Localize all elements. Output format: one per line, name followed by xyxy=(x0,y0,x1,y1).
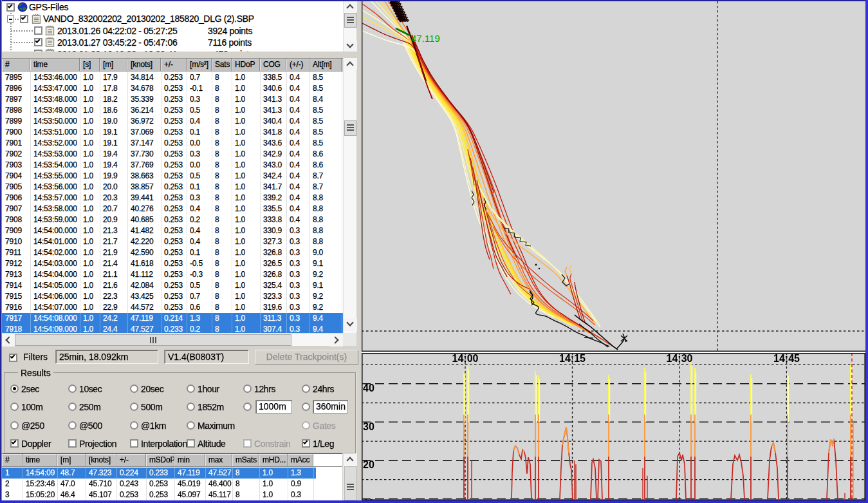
svg-text:47.119: 47.119 xyxy=(411,33,440,44)
svg-text:40: 40 xyxy=(363,383,374,394)
svg-text:30: 30 xyxy=(363,421,374,432)
svg-text:14:45: 14:45 xyxy=(773,353,800,364)
svg-text:20: 20 xyxy=(363,459,374,470)
svg-text:14:15: 14:15 xyxy=(559,353,586,364)
svg-text:14:00: 14:00 xyxy=(452,353,479,364)
svg-text:14:30: 14:30 xyxy=(667,353,693,364)
